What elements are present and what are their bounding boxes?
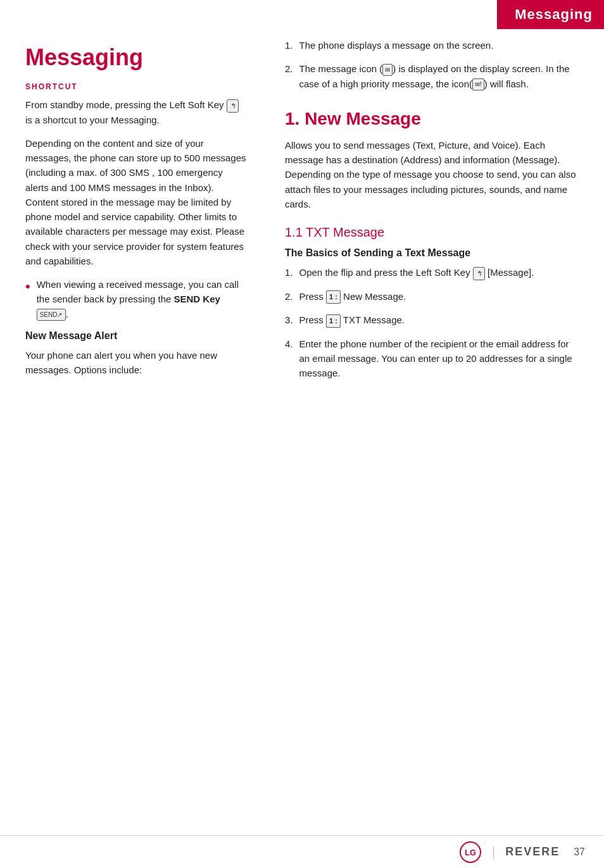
bullet-list: • When viewing a received message, you c… [25,277,247,321]
footer: LG | REVERE 37 [0,835,604,868]
key-1-icon-step2: 1 : [326,290,341,304]
page-title: Messaging [25,44,247,71]
send-key-icon: SEND↗ [37,309,66,321]
basics-heading: The Basics of Sending a Text Message [285,247,579,259]
right-column: 1. The phone displays a message on the s… [266,25,604,402]
message-priority-icon: ✉! [472,78,484,91]
alert-heading: New Message Alert [25,330,247,342]
section-heading-new-message: 1. New Message [285,109,579,129]
intro-list: 1. The phone displays a message on the s… [285,38,579,91]
shortcut-label: SHORTCUT [25,82,247,91]
message-icon: ✉ [382,64,393,77]
step-1: 1. Open the flip and press the Left Soft… [285,265,579,280]
lg-logo: LG [459,841,482,864]
steps-list: 1. Open the flip and press the Left Soft… [285,265,579,380]
footer-logo: LG | REVERE 37 [459,841,585,864]
brand-name: REVERE [505,845,560,859]
step-4: 4. Enter the phone number of the recipie… [285,337,579,381]
step-1-text: Open the flip and press the Left Soft Ke… [299,265,534,280]
subsection-heading-txt: 1.1 TXT Message [285,225,579,240]
bullet-item: • When viewing a received message, you c… [25,277,247,321]
intro-item-2-text: The message icon (✉) is displayed on the… [299,61,579,91]
body-paragraph: Depending on the content and size of you… [25,136,247,268]
alert-text: Your phone can alert you when you have n… [25,348,247,378]
page-tab: Messaging [497,0,604,29]
left-column: Messaging SHORTCUT From standby mode, pr… [0,25,266,402]
logo-divider: | [492,845,495,859]
step-3: 3. Press 1 : TXT Message. [285,313,579,328]
bullet-text: When viewing a received message, you can… [37,277,247,321]
step-2: 2. Press 1 : New Message. [285,289,579,304]
page-number: 37 [574,846,585,858]
step-3-text: Press 1 : TXT Message. [299,313,405,328]
softkey-icon: ↰ [227,99,239,113]
lg-logo-svg: LG [459,841,482,864]
key-1-icon-step3: 1 : [326,314,341,328]
intro-list-item-2: 2. The message icon (✉) is displayed on … [285,61,579,91]
intro-list-item-1: 1. The phone displays a message on the s… [285,38,579,53]
shortcut-text: From standby mode, pressing the Left Sof… [25,97,247,127]
step-2-text: Press 1 : New Message. [299,289,406,304]
softkey-icon-step1: ↰ [473,267,485,280]
bullet-dot: • [25,276,30,297]
section-body: Allows you to send messages (Text, Pictu… [285,138,579,211]
intro-item-1-text: The phone displays a message on the scre… [299,38,494,53]
step-4-text: Enter the phone number of the recipient … [299,337,579,381]
svg-text:LG: LG [465,848,476,857]
